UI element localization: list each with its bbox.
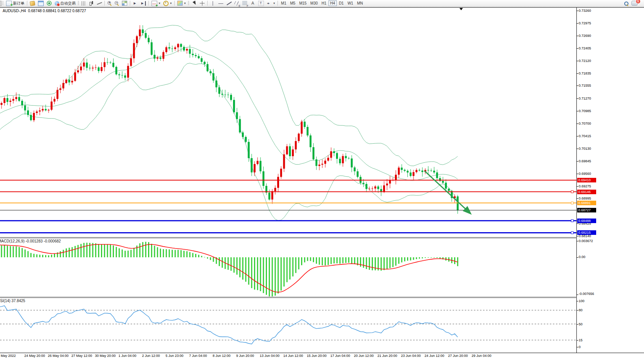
timeframe-d1[interactable]: D1 [337,0,346,6]
symbol-period-label: AUDUSD-,H4 [3,9,26,13]
price-tick-label: 0.69275 [579,184,591,189]
price-tick [577,136,578,136]
price-tick [577,48,578,49]
zoom-out-button[interactable] [114,0,120,6]
date-label: 27 May 12:00 [71,354,92,358]
notifications-button[interactable]: 1 [630,0,639,6]
macd-signal-line [0,244,458,292]
zoom-out-icon [115,1,119,5]
toolbar-overflow-icon[interactable] [0,1,2,6]
indicators-button[interactable] [150,0,161,6]
price-line-label: 0.68727 [577,208,596,212]
auto-trading-icon [55,1,59,6]
rsi-indicator-label: RSI(14) 37.8425 [0,299,25,303]
profiles-icon [30,1,35,6]
bollinger-bands [0,25,458,220]
macd-separator[interactable] [0,237,577,238]
timeframe-m5[interactable]: M5 [288,0,297,6]
ohlc-quote-label: 0.68748 0.68841 0.68722 0.68727 [28,9,86,13]
vertical-line-button[interactable] [209,0,216,6]
equidistant-channel-icon [234,1,239,6]
trendline-button[interactable] [225,0,232,6]
timeframe-h4[interactable]: H4 [328,0,337,6]
price-tick [577,161,578,162]
toolbar-separator [278,1,278,6]
bar-chart-icon [82,1,86,6]
arrows-button[interactable] [266,0,276,6]
crosshair-button[interactable] [199,0,206,6]
price-tick [577,61,578,61]
price-line-label: 0.68891 [577,201,596,205]
date-label: 5 Jun 23:00 [166,354,183,358]
price-line-label: 0.68488 [577,219,596,223]
arrows-icon [267,1,272,6]
fibonacci-button[interactable] [241,0,248,6]
date-label: 21 Jun 20:00 [377,354,397,358]
price-tick [577,98,578,99]
date-axis-border [0,353,644,353]
text-label-button[interactable] [257,0,265,6]
line-handle[interactable] [571,202,573,204]
trading-platform-window: 新订单 自动交易 [0,0,644,358]
zoom-in-button[interactable] [106,0,113,6]
line-chart-mode-button[interactable] [96,0,103,6]
date-label: 8 Jun 12:00 [213,354,230,358]
timeframe-m1[interactable]: M1 [279,0,288,6]
periods-button[interactable] [162,0,173,6]
date-label: 24 Jun 12:00 [425,354,444,358]
line-handle[interactable] [571,191,573,193]
notification-badge: 1 [636,0,641,4]
line-handle[interactable] [571,220,573,222]
price-line-label: 0.69146 [577,190,596,194]
signals-button[interactable] [46,0,53,6]
tile-windows-icon [122,1,127,6]
price-tick-label: 0.72405 [579,46,591,51]
market-watch-button[interactable] [37,0,45,6]
timeframe-m30[interactable]: M30 [308,0,319,6]
date-label: 26 May 04:00 [48,354,69,358]
macd-axis-label: 0.00 [579,255,586,259]
price-tick-label: 0.73260 [579,9,591,13]
price-tick [577,111,578,111]
rsi-axis-label: 15 [579,338,582,342]
date-label: 24 May 20:00 [24,354,45,358]
rsi-panel-canvas[interactable] [0,298,576,353]
search-button[interactable] [623,0,630,6]
tile-windows-button[interactable] [121,0,128,6]
macd-axis-tick [577,295,578,295]
toolbar-grip [2,1,3,6]
clock-icon [163,1,169,6]
date-label: 2 Jun 12:00 [142,354,160,358]
date-label: 14 Jun 12:00 [283,354,303,358]
candlestick-icon [89,1,94,6]
equidistant-channel-button[interactable] [233,0,240,6]
date-label: 1 Jun 04:00 [118,354,136,358]
new-order-button[interactable]: 新订单 [5,0,25,6]
rsi-separator[interactable] [0,297,577,297]
timeframe-w1[interactable]: W1 [346,0,355,6]
rsi-axis-tick [577,310,578,310]
timeframe-h1[interactable]: H1 [320,0,328,6]
search-icon [624,1,628,6]
auto-scroll-button[interactable] [132,0,139,6]
chart-shift-marker[interactable] [459,8,463,10]
auto-trading-button[interactable]: 自动交易 [54,0,77,6]
templates-icon [177,1,183,6]
bar-chart-mode-button[interactable] [80,0,87,6]
timeframe-mn[interactable]: MN [355,0,365,6]
templates-button[interactable] [176,0,187,6]
candlestick-mode-button[interactable] [88,0,95,6]
text-button[interactable] [249,0,256,6]
price-tick [577,86,578,86]
zoom-in-icon [107,1,112,5]
cursor-button[interactable] [191,0,198,6]
line-handle[interactable] [571,231,573,234]
horizontal-line-button[interactable] [217,0,224,6]
candlestick-chart-canvas[interactable] [0,8,576,237]
price-tick [577,23,578,24]
timeframe-m15[interactable]: M15 [297,0,308,6]
vertical-line-icon [210,1,215,6]
profiles-button[interactable] [29,0,36,6]
chart-shift-button[interactable] [140,0,147,6]
macd-panel-canvas[interactable] [0,238,576,297]
